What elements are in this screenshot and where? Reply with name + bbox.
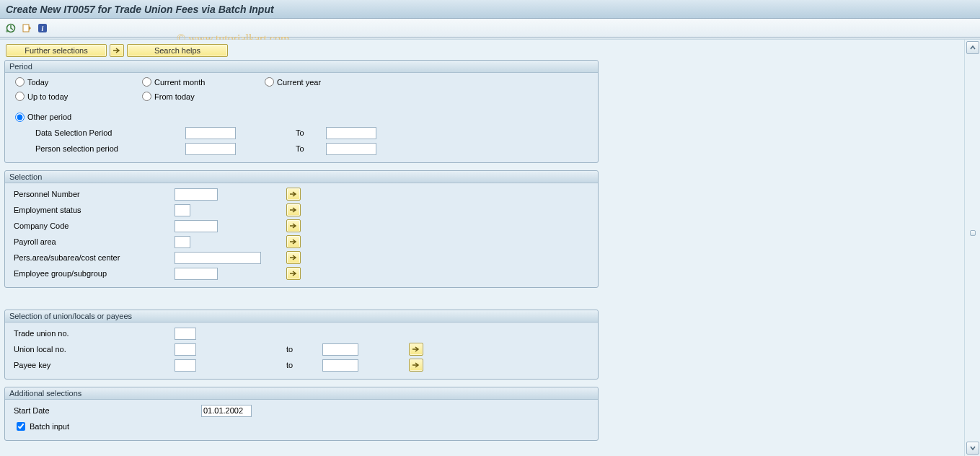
multiple-selection-button[interactable] <box>286 267 301 280</box>
scroll-thumb[interactable] <box>970 230 976 236</box>
radio-current-year[interactable]: Current year <box>265 77 321 87</box>
person-selection-from-input[interactable] <box>185 143 236 155</box>
radio-other-period[interactable]: Other period <box>12 110 591 124</box>
arrow-right-icon <box>412 361 420 369</box>
additional-group-title: Additional selections <box>5 387 598 400</box>
radio-from-today-input[interactable] <box>142 92 151 101</box>
title-bar: Create New IT0057 for Trade Union Fees v… <box>0 0 980 19</box>
further-selections-label: Further selections <box>25 46 87 55</box>
selection-row-label: Personnel Number <box>12 190 175 198</box>
radio-up-to-today-label: Up to today <box>27 92 68 101</box>
person-selection-period-row: Person selection period To <box>12 141 591 157</box>
selection-row: Pers.area/subarea/cost center <box>12 250 591 266</box>
selection-row-label: Pers.area/subarea/cost center <box>12 253 175 262</box>
svg-text:i: i <box>42 25 44 32</box>
selection-row-input[interactable] <box>175 268 218 280</box>
start-date-row: Start Date <box>12 403 591 418</box>
batch-input-checkbox[interactable] <box>17 422 25 431</box>
person-selection-to-label: To <box>290 144 326 153</box>
radio-other-period-input[interactable] <box>15 113 25 122</box>
multiple-selection-button[interactable] <box>286 251 301 264</box>
selection-row-label: Company Code <box>12 222 175 230</box>
selection-row-label: Employee group/subgroup <box>12 269 175 278</box>
info-button[interactable]: i <box>36 22 49 35</box>
union-to-label: to <box>286 345 322 354</box>
selection-row: Employee group/subgroup <box>12 266 591 281</box>
data-selection-period-row: Data Selection Period To <box>12 125 591 141</box>
selection-row-input[interactable] <box>175 252 261 264</box>
selection-row-input[interactable] <box>175 220 218 232</box>
selection-row-input[interactable] <box>175 188 218 201</box>
execute-icon <box>6 23 16 33</box>
batch-input-label[interactable]: Batch input <box>30 422 69 431</box>
radio-current-month-label: Current month <box>154 78 205 87</box>
chevron-down-icon <box>970 445 976 451</box>
radio-today-input[interactable] <box>15 77 25 87</box>
selection-option-buttons: Further selections Search helps <box>4 43 960 60</box>
batch-input-row: Batch input <box>12 418 591 434</box>
info-icon: i <box>37 23 48 33</box>
data-selection-to-input[interactable] <box>326 127 376 139</box>
union-row-from-input[interactable] <box>175 343 196 356</box>
start-date-input[interactable] <box>201 405 252 417</box>
search-helps-label: Search helps <box>154 46 200 55</box>
selection-group: Selection Personnel NumberEmployment sta… <box>4 170 599 288</box>
radio-current-year-label: Current year <box>277 78 321 87</box>
arrow-right-icon <box>412 346 420 353</box>
radio-today[interactable]: Today <box>15 77 48 87</box>
arrow-right-icon <box>289 222 298 229</box>
multiple-selection-button[interactable] <box>409 343 423 356</box>
multiple-selection-button[interactable] <box>409 359 423 372</box>
selection-row-input[interactable] <box>175 236 190 248</box>
union-row-label: Trade union no. <box>12 329 175 338</box>
selection-row-label: Employment status <box>12 206 175 214</box>
scroll-up-button[interactable] <box>966 41 979 54</box>
data-selection-period-label: Data Selection Period <box>12 128 149 137</box>
radio-other-period-label: Other period <box>27 113 71 121</box>
union-row-from-input[interactable] <box>175 328 196 340</box>
data-selection-from-input[interactable] <box>185 127 236 139</box>
radio-from-today[interactable]: From today <box>142 92 195 101</box>
vertical-scrollbar[interactable] <box>964 40 980 456</box>
radio-up-to-today[interactable]: Up to today <box>15 92 68 101</box>
radio-current-year-input[interactable] <box>265 77 274 87</box>
union-row-label: Union local no. <box>12 345 175 354</box>
union-to-label: to <box>286 361 322 369</box>
additional-group: Additional selections Start Date Batch i… <box>4 387 599 441</box>
radio-current-month-input[interactable] <box>142 77 151 87</box>
selection-row-label: Payroll area <box>12 237 175 246</box>
scroll-track[interactable] <box>969 56 976 440</box>
scroll-down-button[interactable] <box>966 442 979 455</box>
variant-icon <box>22 23 32 33</box>
multiple-selection-button[interactable] <box>286 188 301 201</box>
chevron-up-icon <box>970 45 976 51</box>
search-helps-button[interactable]: Search helps <box>127 44 228 57</box>
get-variant-button[interactable] <box>20 22 33 35</box>
radio-current-month[interactable]: Current month <box>142 77 205 87</box>
search-helps-icon-button[interactable] <box>110 44 124 57</box>
period-group: Period Today Current month Current year <box>4 60 599 163</box>
period-group-title: Period <box>5 61 598 73</box>
union-row-to-input[interactable] <box>322 343 358 356</box>
content-area: Further selections Search helps Period T… <box>0 40 964 456</box>
execute-button[interactable] <box>4 22 17 35</box>
selection-row: Personnel Number <box>12 186 591 202</box>
arrow-right-icon <box>112 47 121 54</box>
further-selections-button[interactable]: Further selections <box>6 44 107 57</box>
arrow-right-icon <box>289 238 298 245</box>
multiple-selection-button[interactable] <box>286 235 301 248</box>
arrow-right-icon <box>289 270 298 277</box>
person-selection-to-input[interactable] <box>326 143 376 155</box>
union-row: Union local no.to <box>12 341 591 357</box>
multiple-selection-button[interactable] <box>286 219 301 232</box>
union-row-from-input[interactable] <box>175 359 196 372</box>
selection-group-title: Selection <box>5 171 598 183</box>
radio-up-to-today-input[interactable] <box>15 92 25 101</box>
union-row-to-input[interactable] <box>322 359 358 372</box>
data-selection-to-label: To <box>290 128 326 137</box>
start-date-label: Start Date <box>14 406 201 415</box>
selection-row: Payroll area <box>12 234 591 250</box>
page-title: Create New IT0057 for Trade Union Fees v… <box>6 4 274 15</box>
multiple-selection-button[interactable] <box>286 203 301 216</box>
selection-row-input[interactable] <box>175 204 190 216</box>
